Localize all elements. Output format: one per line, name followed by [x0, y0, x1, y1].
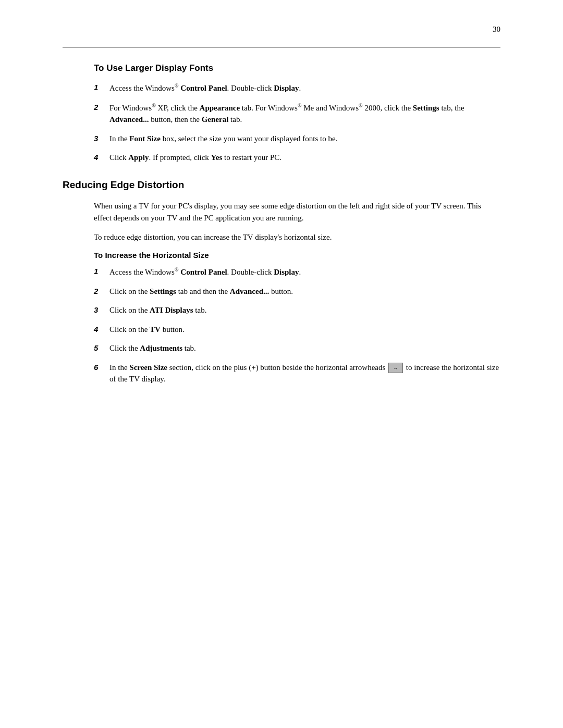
section-reducing: Reducing Edge Distortion When using a TV… [63, 179, 500, 385]
section-display-fonts: To Use Larger Display Fonts 1 Access the… [94, 63, 500, 164]
h-step-1-number: 1 [94, 266, 109, 278]
reg-symbol-2: ® [152, 103, 156, 108]
page: 30 To Use Larger Display Fonts 1 Access … [0, 0, 563, 728]
h-step-4-number: 4 [94, 324, 109, 336]
h-step-4: 4 Click on the TV button. [94, 324, 500, 336]
step-2-text: For Windows® XP, click the Appearance ta… [109, 102, 500, 126]
h-step-3-text: Click on the ATI Displays tab. [109, 304, 500, 316]
step-1: 1 Access the Windows® Control Panel. Dou… [94, 82, 500, 94]
reg-symbol-5: ® [175, 267, 179, 273]
display-fonts-heading: To Use Larger Display Fonts [94, 63, 500, 73]
h-step-6: 6 In the Screen Size section, click on t… [94, 362, 500, 385]
h-step-4-text: Click on the TV button. [109, 324, 500, 336]
arrow-icon: ↔ [388, 363, 403, 373]
h-step-2-number: 2 [94, 286, 109, 298]
h-step-5: 5 Click the Adjustments tab. [94, 342, 500, 354]
reducing-body-1: When using a TV for your PC's display, y… [94, 200, 500, 225]
h-step-1: 1 Access the Windows® Control Panel. Dou… [94, 266, 500, 278]
step-3: 3 In the Font Size box, select the size … [94, 133, 500, 145]
step-3-number: 3 [94, 133, 109, 145]
reg-symbol: ® [175, 83, 179, 89]
h-step-2: 2 Click on the Settings tab and then the… [94, 286, 500, 298]
step-2-number: 2 [94, 102, 109, 114]
step-1-number: 1 [94, 82, 109, 94]
reg-symbol-3: ® [298, 103, 302, 108]
h-step-2-text: Click on the Settings tab and then the A… [109, 286, 500, 298]
h-step-3-number: 3 [94, 304, 109, 316]
reg-symbol-4: ® [359, 103, 363, 108]
h-step-6-text: In the Screen Size section, click on the… [109, 362, 500, 385]
h-step-3: 3 Click on the ATI Displays tab. [94, 304, 500, 316]
step-4-text: Click Apply. If prompted, click Yes to r… [109, 152, 500, 164]
reducing-body-2: To reduce edge distortion, you can incre… [94, 231, 500, 243]
reducing-body: When using a TV for your PC's display, y… [94, 200, 500, 385]
page-number: 30 [493, 25, 500, 34]
main-content: To Use Larger Display Fonts 1 Access the… [63, 47, 500, 385]
reducing-heading: Reducing Edge Distortion [63, 179, 500, 191]
horizontal-size-steps: 1 Access the Windows® Control Panel. Dou… [94, 266, 500, 385]
h-step-5-number: 5 [94, 342, 109, 354]
display-fonts-steps: 1 Access the Windows® Control Panel. Dou… [94, 82, 500, 164]
h-step-6-number: 6 [94, 362, 109, 374]
h-step-1-text: Access the Windows® Control Panel. Doubl… [109, 266, 500, 278]
step-4: 4 Click Apply. If prompted, click Yes to… [94, 152, 500, 164]
step-1-text: Access the Windows® Control Panel. Doubl… [109, 82, 500, 94]
horizontal-size-heading: To Increase the Horizontal Size [94, 251, 500, 260]
step-4-number: 4 [94, 152, 109, 164]
h-step-5-text: Click the Adjustments tab. [109, 342, 500, 354]
step-3-text: In the Font Size box, select the size yo… [109, 133, 500, 145]
step-2: 2 For Windows® XP, click the Appearance … [94, 102, 500, 126]
